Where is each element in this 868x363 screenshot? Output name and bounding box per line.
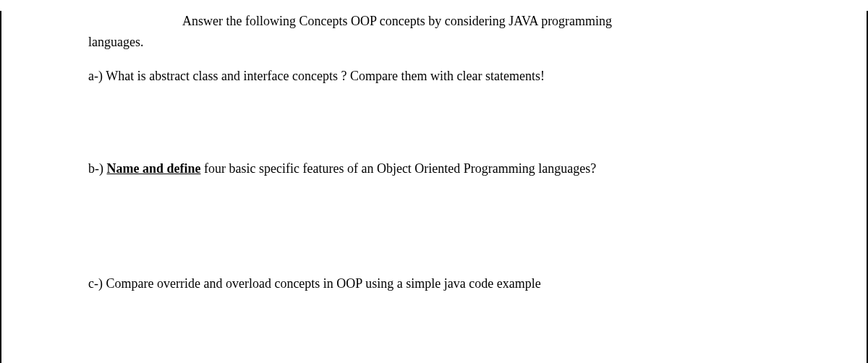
- question-b-underlined: Name and define: [107, 161, 201, 176]
- intro-text-line2: languages.: [88, 32, 780, 53]
- question-c-prefix: c-): [88, 276, 106, 291]
- question-c: c-) Compare override and overload concep…: [88, 273, 780, 294]
- question-a-text: What is abstract class and interface con…: [106, 69, 545, 83]
- question-c-text: Compare override and overload concepts i…: [106, 276, 540, 291]
- intro-paragraph: Answer the following Concepts OOP concep…: [88, 11, 780, 53]
- question-a-prefix: a-): [88, 69, 106, 83]
- document-page: Answer the following Concepts OOP concep…: [0, 11, 868, 363]
- question-b-rest: four basic specific features of an Objec…: [201, 161, 597, 176]
- question-b: b-) Name and define four basic specific …: [88, 158, 780, 179]
- intro-text-line1: Answer the following Concepts OOP concep…: [88, 11, 780, 32]
- question-b-prefix: b-): [88, 161, 107, 176]
- question-a: a-) What is abstract class and interface…: [88, 66, 780, 87]
